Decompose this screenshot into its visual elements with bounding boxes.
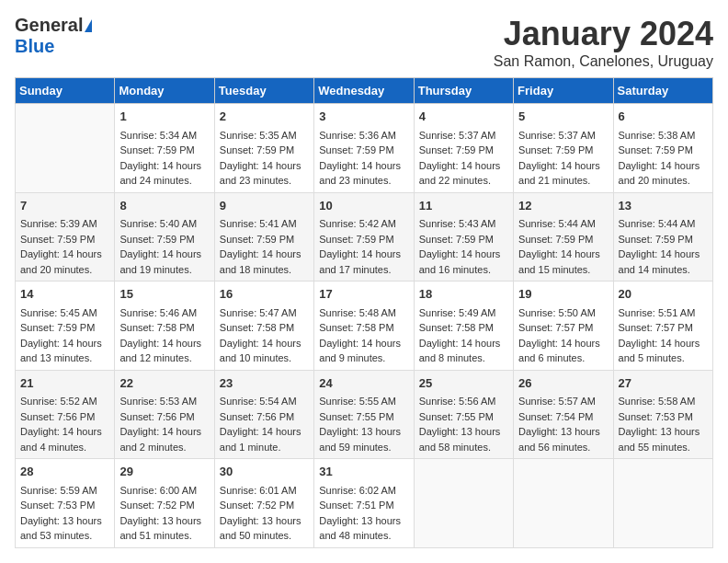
sunset-text: Sunset: 7:53 PM — [20, 500, 95, 511]
sunset-text: Sunset: 7:59 PM — [20, 234, 95, 245]
sunset-text: Sunset: 7:52 PM — [119, 500, 194, 511]
calendar-week-row: 14Sunrise: 5:45 AMSunset: 7:59 PMDayligh… — [16, 282, 713, 371]
weekday-header-saturday: Saturday — [613, 78, 712, 104]
calendar-cell: 1Sunrise: 5:34 AMSunset: 7:59 PMDaylight… — [115, 104, 214, 193]
calendar-cell: 8Sunrise: 5:40 AMSunset: 7:59 PMDaylight… — [115, 192, 214, 282]
daylight-text: Daylight: 14 hours and 13 minutes. — [20, 338, 102, 364]
calendar-cell: 5Sunrise: 5:37 AMSunset: 7:59 PMDaylight… — [514, 104, 613, 193]
daylight-text: Daylight: 14 hours and 10 minutes. — [220, 338, 301, 364]
day-number: 3 — [319, 108, 408, 126]
daylight-text: Daylight: 14 hours and 14 minutes. — [619, 248, 700, 275]
day-number: 27 — [619, 374, 708, 393]
daylight-text: Daylight: 14 hours and 16 minutes. — [419, 248, 501, 275]
sunrise-text: Sunrise: 5:53 AM — [119, 396, 197, 407]
sunset-text: Sunset: 7:56 PM — [20, 411, 95, 422]
sunrise-text: Sunrise: 5:44 AM — [619, 218, 696, 229]
day-number: 1 — [119, 108, 209, 126]
daylight-text: Daylight: 14 hours and 2 minutes. — [119, 426, 201, 453]
daylight-text: Daylight: 13 hours and 51 minutes. — [119, 515, 201, 542]
sunrise-text: Sunrise: 5:57 AM — [518, 396, 596, 407]
calendar-cell: 25Sunrise: 5:56 AMSunset: 7:55 PMDayligh… — [414, 370, 513, 459]
sunrise-text: Sunrise: 5:48 AM — [319, 307, 396, 318]
day-number: 16 — [220, 285, 309, 304]
sunrise-text: Sunrise: 5:51 AM — [619, 307, 696, 318]
day-number: 31 — [319, 463, 408, 481]
calendar-cell: 4Sunrise: 5:37 AMSunset: 7:59 PMDaylight… — [414, 104, 513, 193]
sunrise-text: Sunrise: 5:40 AM — [119, 218, 197, 229]
calendar-cell: 2Sunrise: 5:35 AMSunset: 7:59 PMDaylight… — [214, 104, 313, 193]
calendar-cell: 21Sunrise: 5:52 AMSunset: 7:56 PMDayligh… — [16, 370, 115, 459]
sunrise-text: Sunrise: 5:56 AM — [419, 396, 496, 407]
calendar-cell: 7Sunrise: 5:39 AMSunset: 7:59 PMDaylight… — [16, 192, 115, 282]
day-number: 21 — [20, 374, 109, 393]
daylight-text: Daylight: 13 hours and 59 minutes. — [319, 426, 401, 453]
calendar-cell: 6Sunrise: 5:38 AMSunset: 7:59 PMDaylight… — [613, 104, 712, 193]
calendar-cell: 13Sunrise: 5:44 AMSunset: 7:59 PMDayligh… — [613, 192, 712, 282]
location-heading: San Ramon, Canelones, Uruguay — [494, 53, 713, 70]
daylight-text: Daylight: 14 hours and 4 minutes. — [20, 426, 102, 453]
sunset-text: Sunset: 7:59 PM — [419, 234, 494, 245]
sunset-text: Sunset: 7:59 PM — [220, 234, 294, 245]
calendar-cell — [16, 104, 115, 193]
sunrise-text: Sunrise: 5:43 AM — [419, 218, 496, 229]
calendar-cell: 31Sunrise: 6:02 AMSunset: 7:51 PMDayligh… — [314, 459, 414, 548]
day-number: 11 — [419, 197, 508, 215]
day-number: 12 — [518, 197, 608, 215]
sunset-text: Sunset: 7:59 PM — [518, 144, 593, 155]
calendar-cell: 23Sunrise: 5:54 AMSunset: 7:56 PMDayligh… — [214, 370, 313, 459]
sunrise-text: Sunrise: 5:38 AM — [619, 130, 696, 141]
sunset-text: Sunset: 7:55 PM — [319, 411, 393, 422]
daylight-text: Daylight: 14 hours and 9 minutes. — [319, 338, 401, 364]
day-number: 2 — [220, 108, 309, 126]
logo-icon — [85, 19, 92, 32]
sunrise-text: Sunrise: 5:47 AM — [220, 307, 297, 318]
calendar-cell: 14Sunrise: 5:45 AMSunset: 7:59 PMDayligh… — [16, 282, 115, 371]
sunset-text: Sunset: 7:58 PM — [419, 322, 494, 333]
daylight-text: Daylight: 14 hours and 21 minutes. — [518, 160, 600, 187]
daylight-text: Daylight: 14 hours and 17 minutes. — [319, 248, 401, 275]
sunrise-text: Sunrise: 6:01 AM — [220, 485, 297, 496]
sunrise-text: Sunrise: 5:45 AM — [20, 307, 97, 318]
daylight-text: Daylight: 13 hours and 48 minutes. — [319, 515, 401, 542]
calendar-cell — [514, 459, 613, 548]
day-number: 25 — [419, 374, 508, 393]
calendar-table: SundayMondayTuesdayWednesdayThursdayFrid… — [15, 77, 713, 548]
calendar-cell: 11Sunrise: 5:43 AMSunset: 7:59 PMDayligh… — [414, 192, 513, 282]
sunrise-text: Sunrise: 5:42 AM — [319, 218, 396, 229]
day-number: 23 — [220, 374, 309, 393]
sunrise-text: Sunrise: 5:39 AM — [20, 218, 97, 229]
sunrise-text: Sunrise: 5:50 AM — [518, 307, 596, 318]
sunrise-text: Sunrise: 5:49 AM — [419, 307, 496, 318]
sunset-text: Sunset: 7:59 PM — [319, 234, 393, 245]
calendar-header-row: SundayMondayTuesdayWednesdayThursdayFrid… — [16, 78, 713, 104]
calendar-cell: 19Sunrise: 5:50 AMSunset: 7:57 PMDayligh… — [514, 282, 613, 371]
daylight-text: Daylight: 14 hours and 24 minutes. — [119, 160, 201, 187]
day-number: 17 — [319, 285, 408, 304]
day-number: 4 — [419, 108, 508, 126]
sunrise-text: Sunrise: 5:41 AM — [220, 218, 297, 229]
weekday-header-wednesday: Wednesday — [314, 78, 414, 104]
daylight-text: Daylight: 14 hours and 22 minutes. — [419, 160, 501, 187]
day-number: 7 — [20, 197, 109, 215]
day-number: 20 — [619, 285, 708, 304]
sunrise-text: Sunrise: 5:37 AM — [518, 130, 596, 141]
month-title-area: January 2024 San Ramon, Canelones, Urugu… — [494, 15, 713, 70]
sunset-text: Sunset: 7:57 PM — [518, 322, 593, 333]
daylight-text: Daylight: 14 hours and 23 minutes. — [319, 160, 401, 187]
daylight-text: Daylight: 13 hours and 53 minutes. — [20, 515, 102, 542]
calendar-cell: 12Sunrise: 5:44 AMSunset: 7:59 PMDayligh… — [514, 192, 613, 282]
sunset-text: Sunset: 7:54 PM — [518, 411, 593, 422]
calendar-cell: 20Sunrise: 5:51 AMSunset: 7:57 PMDayligh… — [613, 282, 712, 371]
day-number: 26 — [518, 374, 608, 393]
sunrise-text: Sunrise: 5:59 AM — [20, 485, 97, 496]
daylight-text: Daylight: 14 hours and 19 minutes. — [119, 248, 201, 275]
daylight-text: Daylight: 14 hours and 18 minutes. — [220, 248, 301, 275]
sunset-text: Sunset: 7:58 PM — [119, 322, 194, 333]
daylight-text: Daylight: 14 hours and 20 minutes. — [20, 248, 102, 275]
weekday-header-friday: Friday — [514, 78, 613, 104]
sunset-text: Sunset: 7:56 PM — [119, 411, 194, 422]
calendar-week-row: 28Sunrise: 5:59 AMSunset: 7:53 PMDayligh… — [16, 459, 713, 548]
sunrise-text: Sunrise: 5:37 AM — [419, 130, 496, 141]
day-number: 15 — [119, 285, 209, 304]
day-number: 22 — [119, 374, 209, 393]
